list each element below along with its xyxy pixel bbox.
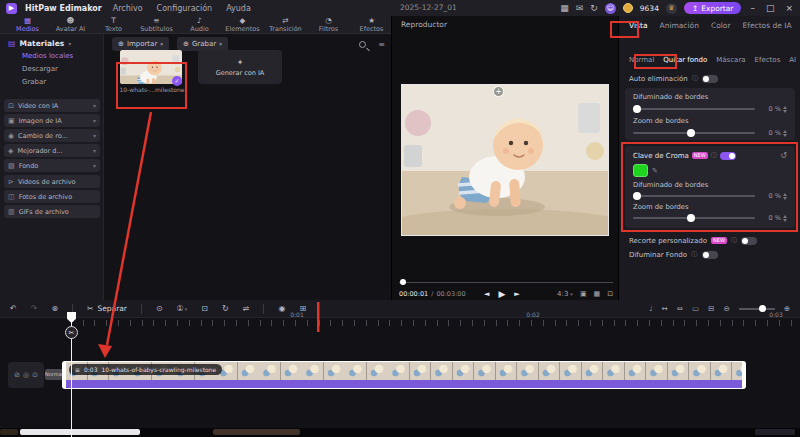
ribbon-tab-subtitulos[interactable]: ≡Subtítulos xyxy=(137,16,176,33)
ribbon-tab-efectos[interactable]: ★Efectos xyxy=(352,16,391,33)
search-icon[interactable] xyxy=(359,41,366,48)
sidebar-item-descargar[interactable]: Descargar xyxy=(0,61,103,74)
ribbon-tab-texto[interactable]: TTexto xyxy=(94,16,133,33)
trash-icon[interactable]: ⊗ xyxy=(51,304,58,313)
voiceover-mic-icon[interactable]: ♩ xyxy=(649,304,653,313)
crop-icon[interactable]: ⊡ xyxy=(201,304,208,313)
undo-icon[interactable]: ↶ xyxy=(10,304,17,313)
rotate-icon[interactable]: ↻ xyxy=(222,304,229,313)
fit-width-icon[interactable]: ↔ xyxy=(661,304,667,313)
chevron-down-icon: ▾ xyxy=(93,162,96,169)
feather-slider[interactable] xyxy=(633,108,755,110)
blur-background-toggle[interactable] xyxy=(702,251,718,259)
menu-configuracion[interactable]: Configuración xyxy=(154,4,216,13)
feather-stepper[interactable] xyxy=(783,106,787,113)
clip-name: 10-whats-of-babys-crawling-milestone xyxy=(102,366,217,373)
restore-button[interactable]: □ xyxy=(764,3,777,13)
export-button[interactable]: ↥ Exportar xyxy=(684,2,742,14)
fit-both-icon[interactable]: ⇔ xyxy=(677,304,683,313)
custom-crop-toggle[interactable] xyxy=(741,237,757,245)
sidebar-group-fotos-archivo[interactable]: ◫Fotos de archivo xyxy=(4,190,100,203)
tab-color[interactable]: Color xyxy=(711,21,731,30)
coin-icon[interactable] xyxy=(623,3,633,13)
split-button[interactable]: ✂ Separar xyxy=(87,304,127,313)
stock-gif-icon: ▥ xyxy=(8,208,15,216)
coin-count: 9634 xyxy=(640,4,659,13)
seek-bar[interactable] xyxy=(399,282,613,283)
sidebar-group-gifs-archivo[interactable]: ▥GIFs de archivo xyxy=(4,205,100,218)
playhead-split-button[interactable]: ✂ xyxy=(65,326,78,339)
update-icon[interactable]: ↻ xyxy=(590,3,598,13)
close-button[interactable]: × xyxy=(783,3,795,13)
generate-with-ai-button[interactable]: ✦ Generar con IA xyxy=(198,50,282,84)
ribbon-tab-elementos[interactable]: ◆Elementos xyxy=(223,16,262,33)
horizontal-scroll-thumb[interactable] xyxy=(20,429,140,435)
sidebar-group-video-con-ia[interactable]: ⊡Video con IA▾ xyxy=(4,99,100,112)
user-avatar[interactable]: ☺ xyxy=(605,3,616,14)
previous-frame-button[interactable]: ◄ xyxy=(484,290,489,298)
time-separator: / xyxy=(431,290,433,298)
timeline-zoom-slider[interactable] xyxy=(739,308,775,310)
tab-animacion[interactable]: Animación xyxy=(660,21,699,30)
auto-remove-toggle[interactable] xyxy=(702,75,718,83)
next-frame-button[interactable]: ► xyxy=(514,290,519,298)
group-label: Fotos de archivo xyxy=(19,193,73,201)
sidebar-item-medios-locales[interactable]: Medios locales xyxy=(0,48,103,61)
timeline-ruler[interactable] xyxy=(60,320,800,326)
bottom-scrollbar xyxy=(0,428,800,437)
face-swap-icon: ◉ xyxy=(8,132,14,140)
aspect-ratio-selector[interactable]: 4:3▾ xyxy=(557,290,573,298)
clip-transform-handle[interactable]: + xyxy=(493,86,504,97)
record-button[interactable]: ⊕ Grabar ▾ xyxy=(177,37,228,51)
edge-zoom-slider[interactable] xyxy=(633,132,755,134)
hide-track-icon[interactable]: ◎ xyxy=(23,371,29,379)
fullscreen-icon[interactable]: ⊡ xyxy=(607,290,613,298)
subtab-mascara[interactable]: Máscara xyxy=(716,56,745,64)
sidebar-item-grabar[interactable]: Grabar xyxy=(0,74,103,87)
lock-track-icon[interactable]: ⊙ xyxy=(32,371,38,379)
stock-video-icon: ⊳ xyxy=(8,178,14,186)
clip-duration: 0:03 xyxy=(84,366,97,373)
menu-archivo[interactable]: Archivo xyxy=(110,4,146,13)
track-small-icon[interactable]: ▭ xyxy=(692,304,699,313)
tab-efectos-ia[interactable]: Efectos de IA xyxy=(743,21,792,30)
mute-track-icon[interactable]: ⊘ xyxy=(14,371,20,379)
sidebar-group-mejorador[interactable]: ◈Mejorador d...▾ xyxy=(4,144,100,157)
snapshot-icon[interactable]: ▣ xyxy=(580,290,587,298)
sidebar-group-imagen-de-ia[interactable]: ▣Imagen de IA▾ xyxy=(4,114,100,127)
grid-icon[interactable]: ▦ xyxy=(594,290,601,298)
minimize-button[interactable]: – xyxy=(748,3,757,13)
sidebar-group-videos-archivo[interactable]: ⊳Videos de archivo xyxy=(4,175,100,188)
edge-zoom-stepper[interactable] xyxy=(783,130,787,137)
sort-icon[interactable]: ≡ xyxy=(378,40,385,49)
vip-icon[interactable]: ♛ xyxy=(666,3,677,14)
ribbon-tab-audio[interactable]: ♪Audio xyxy=(180,16,219,33)
speed-button[interactable]: ①▾ xyxy=(177,304,188,313)
current-time: 00:00:01 xyxy=(399,290,428,298)
timeline-zoom-out-icon[interactable]: ⊖ xyxy=(723,304,729,313)
import-button[interactable]: ⊕ Importar ▾ xyxy=(112,37,169,51)
play-button[interactable]: ▶ xyxy=(498,289,505,299)
mirror-icon[interactable]: ⇌ xyxy=(243,304,250,313)
ribbon-tab-transicion[interactable]: ⇄Transición xyxy=(266,16,305,33)
group-label: Video con IA xyxy=(18,102,58,110)
subtab-efectos[interactable]: Efectos xyxy=(755,56,781,64)
ribbon-tab-avatar-ai[interactable]: ☻Avatar AI xyxy=(51,16,90,33)
video-canvas[interactable] xyxy=(401,84,609,236)
timeline-clip[interactable]: ≡ 0:03 10-whats-of-babys-crawling-milest… xyxy=(62,361,746,389)
sidebar-header-materiales[interactable]: ▤ Materiales ▾ xyxy=(0,34,103,48)
redo-icon[interactable]: ↷ xyxy=(31,304,38,313)
ribbon-tab-filtros[interactable]: ◔Filtros xyxy=(309,16,348,33)
feedback-icon[interactable]: ✉ xyxy=(576,3,584,13)
sidebar-group-cambio-de-rostro[interactable]: ◉Cambio de ro...▾ xyxy=(4,129,100,142)
track-large-icon[interactable]: ⊟ xyxy=(708,304,714,313)
seek-handle[interactable] xyxy=(400,279,406,285)
workspace-icon[interactable]: ▦ xyxy=(560,3,569,13)
sidebar-group-fondo[interactable]: ▨Fondo▾ xyxy=(4,159,100,172)
subtab-ai[interactable]: AI xyxy=(789,56,796,64)
group-label: Videos de archivo xyxy=(18,178,76,186)
effects-icon: ★ xyxy=(368,17,375,25)
menu-ayuda[interactable]: Ayuda xyxy=(223,4,254,13)
ribbon-tab-medios[interactable]: ▦Medios xyxy=(8,16,47,33)
magnet-icon[interactable]: ⊙ xyxy=(156,304,163,313)
